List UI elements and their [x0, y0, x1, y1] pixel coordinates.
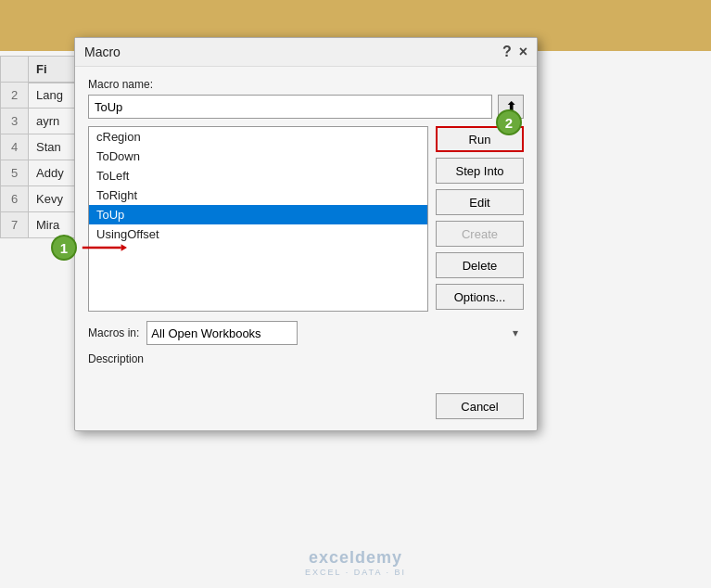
badge-1: 1: [51, 235, 77, 261]
list-item-selected[interactable]: ToUp: [89, 205, 427, 224]
macro-name-label: Macro name:: [88, 78, 524, 91]
watermark: exceldemy EXCEL · DATA · BI: [305, 548, 406, 577]
dialog-titlebar: Macro ? ×: [75, 38, 537, 67]
list-item[interactable]: UsingOffset: [89, 224, 427, 244]
macro-name-input[interactable]: [88, 95, 492, 119]
macros-in-label: Macros in:: [88, 326, 139, 339]
list-item[interactable]: ToLeft: [89, 166, 427, 185]
arrow-icon: [81, 241, 127, 254]
delete-button[interactable]: Delete: [436, 252, 524, 278]
badge-2: 2: [496, 109, 522, 135]
watermark-main-text: exceldemy: [305, 548, 406, 568]
macros-in-select-wrapper: All Open Workbooks This Workbook Persona…: [146, 321, 524, 345]
macro-dialog: Macro ? × Macro name: ⬆ cRegion ToDown T…: [74, 37, 538, 431]
dialog-main: cRegion ToDown ToLeft ToRight ToUp Using…: [88, 126, 524, 312]
edit-button[interactable]: Edit: [436, 189, 524, 215]
macro-list[interactable]: cRegion ToDown ToLeft ToRight ToUp Using…: [88, 126, 428, 312]
step-into-button[interactable]: Step Into: [436, 158, 524, 184]
svg-marker-1: [121, 244, 127, 250]
dialog-body: Macro name: ⬆ cRegion ToDown ToLeft ToRi…: [75, 67, 537, 430]
annotation-1: 1: [51, 235, 127, 261]
cancel-row: Cancel: [88, 393, 524, 419]
create-button[interactable]: Create: [436, 221, 524, 247]
options-button[interactable]: Options...: [436, 284, 524, 310]
dialog-buttons: 2 Run Step Into Edit Create Delete Optio…: [436, 126, 524, 312]
macro-name-row: ⬆: [88, 95, 524, 119]
list-item[interactable]: ToRight: [89, 185, 427, 205]
titlebar-controls: ? ×: [502, 44, 527, 60]
macros-in-select[interactable]: All Open Workbooks This Workbook Persona…: [146, 321, 298, 345]
description-label: Description: [88, 352, 524, 365]
cancel-button[interactable]: Cancel: [436, 393, 524, 419]
list-item[interactable]: ToDown: [89, 147, 427, 166]
help-button[interactable]: ?: [502, 44, 512, 60]
watermark-sub-text: EXCEL · DATA · BI: [305, 568, 406, 577]
close-button[interactable]: ×: [519, 45, 527, 59]
macro-list-container: cRegion ToDown ToLeft ToRight ToUp Using…: [88, 126, 428, 312]
macros-in-row: Macros in: All Open Workbooks This Workb…: [88, 321, 524, 345]
dialog-title: Macro: [84, 45, 121, 59]
list-item[interactable]: cRegion: [89, 127, 427, 147]
